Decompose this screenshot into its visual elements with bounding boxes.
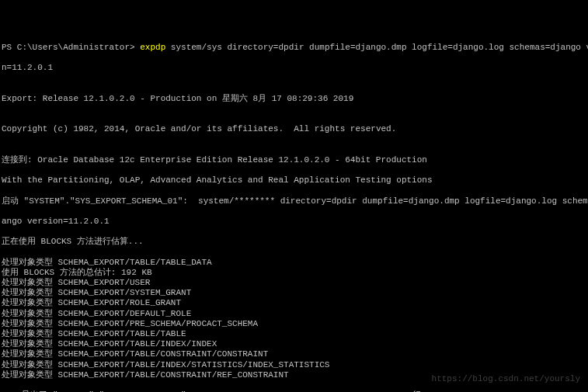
object-type-line: 处理对象类型 SCHEMA_EXPORT/TABLE/TABLE <box>2 329 586 339</box>
object-type-line: 处理对象类型 SCHEMA_EXPORT/PRE_SCHEMA/PROCACT_… <box>2 319 586 329</box>
object-type-line: 处理对象类型 SCHEMA_EXPORT/DEFAULT_ROLE <box>2 309 586 319</box>
prompt-line: PS C:\Users\Administrator> expdp system/… <box>2 43 586 53</box>
start-job-line1: 启动 "SYSTEM"."SYS_EXPORT_SCHEMA_01": syst… <box>2 196 586 206</box>
command-args: system/sys directory=dpdir dumpfile=djan… <box>165 43 588 52</box>
object-type-line: 处理对象类型 SCHEMA_EXPORT/ROLE_GRANT <box>2 298 586 308</box>
object-type-line: 处理对象类型 SCHEMA_EXPORT/SYSTEM_GRANT <box>2 288 586 298</box>
start-job-line2: ango version=11.2.0.1 <box>2 217 586 227</box>
copyright-line: Copyright (c) 1982, 2014, Oracle and/or … <box>2 124 586 134</box>
command-name: expdp <box>140 43 165 52</box>
object-type-line: 处理对象类型 SCHEMA_EXPORT/TABLE/INDEX/STATIST… <box>2 360 586 370</box>
command-args-line2: n=11.2.0.1 <box>2 63 586 73</box>
connected-line: 连接到: Oracle Database 12c Enterprise Edit… <box>2 155 586 165</box>
with-options-line: With the Partitioning, OLAP, Advanced An… <box>2 175 586 186</box>
prompt-prefix: PS C:\Users\Administrator> <box>2 43 140 52</box>
object-types-list: 处理对象类型 SCHEMA_EXPORT/TABLE/TABLE_DATA使用 … <box>2 258 586 380</box>
using-blocks-line: 正在使用 BLOCKS 方法进行估算... <box>2 237 586 247</box>
object-type-line: 处理对象类型 SCHEMA_EXPORT/TABLE/CONSTRAINT/CO… <box>2 349 586 359</box>
watermark-text: https://blog.csdn.net/yoursly <box>432 374 580 384</box>
object-type-line: 处理对象类型 SCHEMA_EXPORT/TABLE/INDEX/INDEX <box>2 339 586 349</box>
object-type-line: 处理对象类型 SCHEMA_EXPORT/USER <box>2 278 586 288</box>
export-release: Export: Release 12.1.0.2.0 - Production … <box>2 94 586 104</box>
object-type-line: 处理对象类型 SCHEMA_EXPORT/TABLE/TABLE_DATA <box>2 258 586 268</box>
object-type-line: 使用 BLOCKS 方法的总估计: 192 KB <box>2 268 586 278</box>
